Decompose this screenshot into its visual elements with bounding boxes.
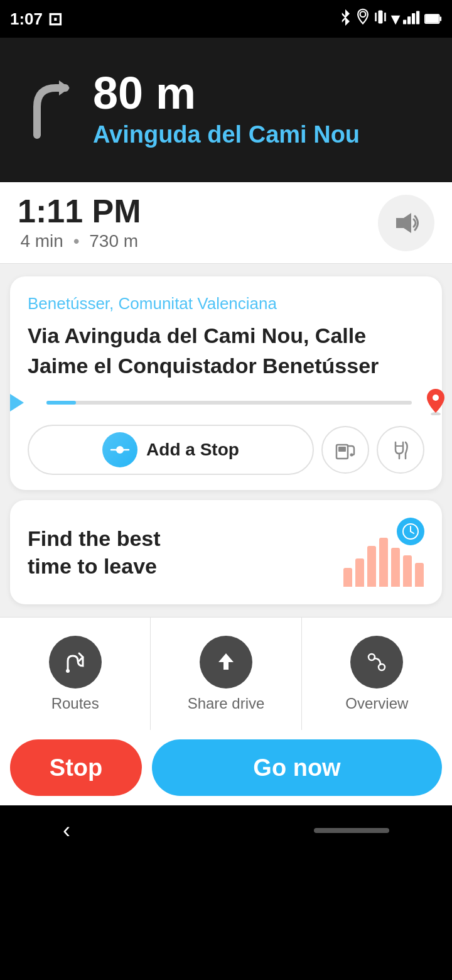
duration: 4 min: [20, 231, 63, 251]
fuel-button[interactable]: [321, 426, 369, 474]
main-content: Benetússer, Comunitat Valenciana Via Avi…: [0, 264, 452, 617]
action-row: Add a Stop: [28, 425, 424, 475]
bar-5: [391, 548, 400, 587]
eta-details: 4 min • 730 m: [20, 231, 138, 251]
clock-badge: [397, 518, 424, 545]
time-visual: [343, 518, 424, 587]
progress-fill: [46, 401, 76, 405]
back-button[interactable]: ‹: [63, 817, 70, 844]
nav-item-overview[interactable]: Overview: [302, 618, 452, 730]
wifi-icon: ▾: [391, 9, 399, 29]
svg-rect-9: [426, 14, 439, 22]
svg-point-14: [433, 395, 439, 401]
bar-4: [379, 538, 388, 587]
destination-card: Benetússer, Comunitat Valenciana Via Avi…: [10, 276, 442, 490]
nav-item-routes[interactable]: Routes: [0, 618, 151, 730]
bottom-buttons: Stop Go now: [0, 730, 452, 805]
svg-marker-12: [396, 213, 411, 233]
arrival-time: 1:11 PM: [18, 195, 141, 227]
routes-icon: [49, 636, 102, 689]
time-to-leave-text: Find the besttime to leave: [28, 525, 161, 580]
screenshot-icon: ⊡: [48, 9, 62, 30]
progress-end-marker: [424, 388, 447, 418]
go-now-button[interactable]: Go now: [152, 739, 442, 796]
sound-button[interactable]: [378, 195, 434, 251]
turn-arrow-icon: [15, 72, 78, 148]
svg-rect-1: [379, 10, 383, 23]
bar-7: [415, 563, 424, 587]
location-icon: [356, 8, 370, 30]
bar-3: [367, 546, 376, 587]
svg-marker-11: [59, 80, 70, 95]
svg-rect-6: [412, 13, 415, 24]
nav-distance: 80 m: [93, 70, 360, 116]
dest-name: Via Avinguda del Cami Nou, Calle Jaime e…: [28, 321, 424, 381]
share-icon: [200, 636, 252, 689]
svg-rect-7: [416, 11, 419, 24]
network-icon: [403, 9, 421, 29]
nav-info: 80 m Avinguda del Cami Nou: [93, 70, 360, 150]
share-label: Share drive: [188, 695, 265, 712]
status-bar: 1:07 ⊡ ▾: [0, 0, 452, 38]
eta-panel: 1:11 PM 4 min • 730 m: [0, 182, 452, 264]
nav-header: 80 m Avinguda del Cami Nou: [0, 38, 452, 182]
bar-1: [343, 568, 352, 587]
svg-point-24: [66, 669, 70, 673]
routes-label: Routes: [51, 695, 99, 712]
svg-rect-17: [338, 447, 346, 452]
svg-point-0: [360, 11, 366, 17]
svg-point-25: [369, 654, 375, 660]
time-card: Find the besttime to leave: [10, 500, 442, 604]
progress-track: [46, 401, 412, 405]
add-stop-label: Add a Stop: [146, 440, 239, 460]
distance-remaining: 730 m: [89, 231, 138, 251]
add-stop-icon: [102, 432, 137, 467]
progress-start-marker: [10, 394, 24, 411]
bluetooth-icon: [338, 8, 352, 30]
add-stop-button[interactable]: Add a Stop: [28, 425, 314, 475]
svg-rect-10: [440, 16, 442, 21]
overview-icon: [350, 636, 403, 689]
svg-point-26: [379, 664, 385, 670]
svg-rect-2: [375, 13, 377, 21]
progress-bar: [28, 401, 424, 405]
battery-icon: [424, 9, 442, 29]
vibrate-icon: [374, 8, 387, 30]
bar-2: [355, 558, 364, 587]
status-time: 1:07: [10, 9, 43, 29]
svg-rect-5: [407, 16, 411, 24]
food-button[interactable]: [377, 426, 424, 474]
overview-label: Overview: [345, 695, 408, 712]
nav-street: Avinguda del Cami Nou: [93, 121, 360, 150]
svg-rect-4: [403, 19, 406, 24]
home-bar[interactable]: [314, 828, 389, 833]
svg-line-23: [411, 531, 414, 533]
bar-6: [403, 555, 412, 587]
nav-item-share[interactable]: Share drive: [151, 618, 301, 730]
dest-region: Benetússer, Comunitat Valenciana: [28, 294, 424, 313]
eta-info: 1:11 PM 4 min • 730 m: [18, 195, 141, 251]
svg-point-18: [350, 454, 353, 457]
system-bar: ‹: [0, 805, 452, 856]
bottom-nav: Routes Share drive Overview: [0, 617, 452, 730]
svg-rect-3: [384, 13, 386, 21]
stop-button[interactable]: Stop: [10, 739, 142, 796]
